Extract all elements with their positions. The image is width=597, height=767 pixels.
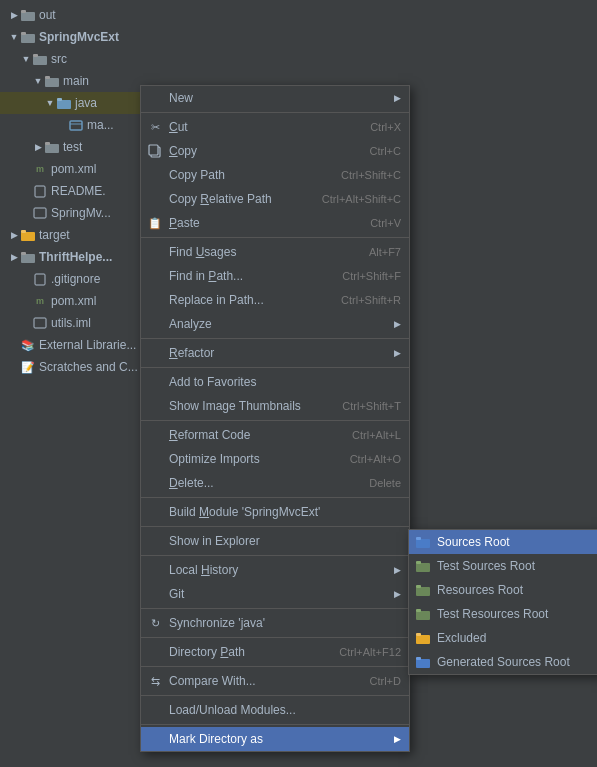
menu-item-find-path[interactable]: Find in Path... Ctrl+Shift+F <box>141 264 409 288</box>
no-icon <box>147 644 163 660</box>
no-icon <box>147 374 163 390</box>
sync-icon: ↻ <box>147 615 163 631</box>
tree-item-thrifthelper[interactable]: ▶ ThriftHelpe... <box>0 246 140 268</box>
submenu-item-test-sources-root[interactable]: Test Sources Root <box>409 554 597 578</box>
tree-label: ma... <box>87 118 114 132</box>
submenu-label: Test Sources Root <box>437 559 535 573</box>
menu-label: Mark Directory as <box>169 732 263 746</box>
menu-item-load-unload[interactable]: Load/Unload Modules... <box>141 698 409 722</box>
svg-rect-16 <box>21 232 35 241</box>
separator <box>141 695 409 696</box>
no-icon <box>147 167 163 183</box>
separator <box>141 724 409 725</box>
tree-item-java[interactable]: ▼ java <box>0 92 140 114</box>
expand-arrow: ▼ <box>8 31 20 43</box>
svg-rect-25 <box>416 537 421 540</box>
menu-label: Build Module 'SpringMvcExt' <box>169 505 320 519</box>
menu-item-cut[interactable]: ✂ Cut Ctrl+X <box>141 115 409 139</box>
tree-item-ma[interactable]: ma... <box>0 114 140 136</box>
menu-item-delete[interactable]: Delete... Delete <box>141 471 409 495</box>
menu-item-paste[interactable]: 📋 Paste Ctrl+V <box>141 211 409 235</box>
menu-item-refactor[interactable]: Refactor ▶ <box>141 341 409 365</box>
submenu-item-sources-root[interactable]: Sources Root <box>409 530 597 554</box>
menu-item-show-explorer[interactable]: Show in Explorer <box>141 529 409 553</box>
menu-item-mark-directory[interactable]: Mark Directory as ▶ <box>141 727 409 751</box>
expand-arrow <box>56 119 68 131</box>
shortcut: Ctrl+Alt+O <box>350 453 401 465</box>
tree-item-springmvcext[interactable]: ▼ SpringMvcExt <box>0 26 140 48</box>
svg-rect-2 <box>21 10 26 13</box>
tree-label: README. <box>51 184 106 198</box>
menu-label: Paste <box>169 216 200 230</box>
svg-rect-14 <box>35 186 45 197</box>
svg-rect-10 <box>57 98 62 101</box>
tree-item-test[interactable]: ▶ test <box>0 136 140 158</box>
no-icon <box>147 562 163 578</box>
sources-root-icon <box>415 534 431 550</box>
tree-item-utils-iml[interactable]: utils.iml <box>0 312 140 334</box>
separator <box>141 237 409 238</box>
tree-item-external-libs[interactable]: 📚 External Librarie... <box>0 334 140 356</box>
svg-rect-20 <box>35 274 45 285</box>
menu-item-local-history[interactable]: Local History ▶ <box>141 558 409 582</box>
menu-item-copy-path[interactable]: Copy Path Ctrl+Shift+C <box>141 163 409 187</box>
excluded-icon <box>415 630 431 646</box>
no-icon <box>147 533 163 549</box>
svg-rect-15 <box>34 208 46 218</box>
tree-item-readme[interactable]: README. <box>0 180 140 202</box>
no-icon <box>147 191 163 207</box>
menu-item-analyze[interactable]: Analyze ▶ <box>141 312 409 336</box>
submenu-item-test-resources-root[interactable]: Test Resources Root <box>409 602 597 626</box>
menu-item-show-thumbnails[interactable]: Show Image Thumbnails Ctrl+Shift+T <box>141 394 409 418</box>
shortcut: Ctrl+X <box>370 121 401 133</box>
generated-sources-root-icon <box>415 654 431 670</box>
shortcut: Ctrl+C <box>370 145 401 157</box>
context-menu: New ▶ ✂ Cut Ctrl+X Copy Ctrl+C Copy Path… <box>140 85 410 752</box>
menu-item-reformat[interactable]: Reformat Code Ctrl+Alt+L <box>141 423 409 447</box>
menu-item-find-usages[interactable]: Find Usages Alt+F7 <box>141 240 409 264</box>
tree-item-springmv-iml[interactable]: SpringMv... <box>0 202 140 224</box>
shortcut: Ctrl+Shift+F <box>342 270 401 282</box>
tree-label: SpringMv... <box>51 206 111 220</box>
tree-item-src[interactable]: ▼ src <box>0 48 140 70</box>
library-icon: 📚 <box>20 338 36 352</box>
menu-item-new[interactable]: New ▶ <box>141 86 409 110</box>
submenu-item-excluded[interactable]: Excluded <box>409 626 597 650</box>
tree-item-pom2[interactable]: m pom.xml <box>0 290 140 312</box>
menu-item-synchronize[interactable]: ↻ Synchronize 'java' <box>141 611 409 635</box>
tree-item-out[interactable]: ▶ out <box>0 4 140 26</box>
menu-item-git[interactable]: Git ▶ <box>141 582 409 606</box>
menu-item-add-favorites[interactable]: Add to Favorites <box>141 370 409 394</box>
tree-item-scratches[interactable]: 📝 Scratches and C... <box>0 356 140 378</box>
submenu-item-resources-root[interactable]: Resources Root <box>409 578 597 602</box>
svg-rect-17 <box>21 230 26 233</box>
menu-label: Replace in Path... <box>169 293 264 307</box>
menu-item-compare[interactable]: ⇆ Compare With... Ctrl+D <box>141 669 409 693</box>
expand-arrow: ▶ <box>8 251 20 263</box>
separator <box>141 555 409 556</box>
menu-label: Show in Explorer <box>169 534 260 548</box>
menu-item-replace-path[interactable]: Replace in Path... Ctrl+Shift+R <box>141 288 409 312</box>
submenu-arrow: ▶ <box>394 734 401 744</box>
svg-rect-13 <box>45 142 50 145</box>
xml-icon2: m <box>32 294 48 308</box>
tree-item-gitignore[interactable]: .gitignore <box>0 268 140 290</box>
expand-arrow: ▼ <box>44 97 56 109</box>
expand-arrow: ▶ <box>32 141 44 153</box>
iml-icon <box>32 206 48 220</box>
submenu-label: Excluded <box>437 631 486 645</box>
submenu-arrow: ▶ <box>394 565 401 575</box>
tree-item-main[interactable]: ▼ main <box>0 70 140 92</box>
submenu-item-generated-sources-root[interactable]: Generated Sources Root <box>409 650 597 674</box>
menu-item-copy[interactable]: Copy Ctrl+C <box>141 139 409 163</box>
menu-item-optimize-imports[interactable]: Optimize Imports Ctrl+Alt+O <box>141 447 409 471</box>
tree-item-pom1[interactable]: m pom.xml <box>0 158 140 180</box>
menu-item-build-module[interactable]: Build Module 'SpringMvcExt' <box>141 500 409 524</box>
svg-rect-4 <box>21 32 26 35</box>
menu-item-directory-path[interactable]: Directory Path Ctrl+Alt+F12 <box>141 640 409 664</box>
shortcut: Ctrl+Alt+Shift+C <box>322 193 401 205</box>
separator <box>141 367 409 368</box>
tree-item-target[interactable]: ▶ target <box>0 224 140 246</box>
no-icon <box>147 427 163 443</box>
menu-item-copy-relative-path[interactable]: Copy Relative Path Ctrl+Alt+Shift+C <box>141 187 409 211</box>
